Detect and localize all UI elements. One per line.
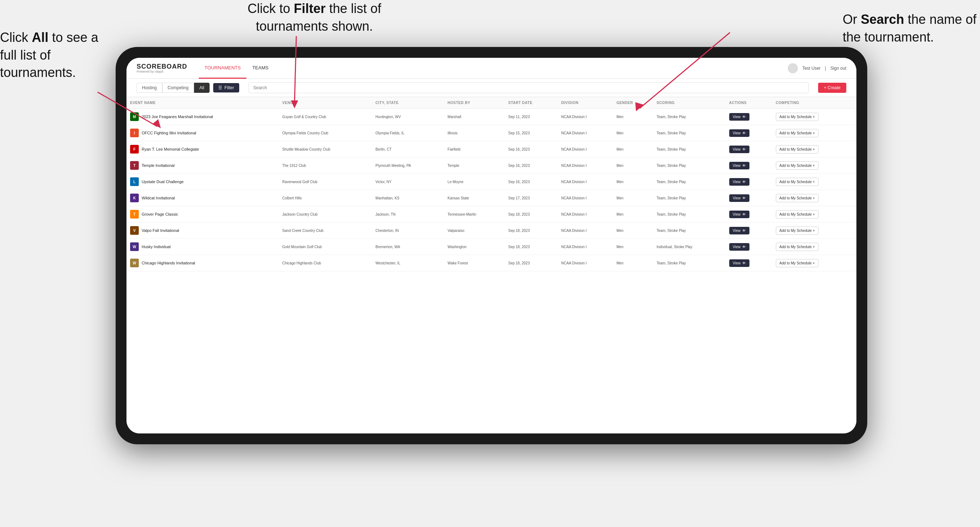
logo-text: SCOREBOARD <box>137 63 187 70</box>
table-header: EVENT NAME VENUE CITY, STATE HOSTED BY S… <box>126 97 856 109</box>
cell-city-6: Jackson, TN <box>372 206 444 222</box>
cell-actions-5: View 👁 <box>725 190 772 206</box>
cell-event-1: I OFCC Fighting Illini Invitational <box>126 125 278 141</box>
eye-icon-9: 👁 <box>742 261 746 265</box>
add-schedule-button-5[interactable]: Add to My Schedule + <box>776 194 818 202</box>
avatar <box>788 63 798 73</box>
table-container: EVENT NAME VENUE CITY, STATE HOSTED BY S… <box>126 97 856 433</box>
event-name-9: Chicago Highlands Invitational <box>142 261 195 265</box>
tournaments-table: EVENT NAME VENUE CITY, STATE HOSTED BY S… <box>126 97 856 271</box>
table-row: T Grover Page Classic Jackson Country Cl… <box>126 206 856 222</box>
cell-scoring-6: Team, Stroke Play <box>653 206 725 222</box>
view-button-1[interactable]: View 👁 <box>729 129 750 137</box>
cell-gender-7: Men <box>613 222 653 239</box>
cell-actions-3: View 👁 <box>725 157 772 174</box>
cell-date-2: Sep 16, 2023 <box>504 141 558 157</box>
col-gender: GENDER <box>613 97 653 109</box>
cell-competing-4: Add to My Schedule + <box>772 174 856 190</box>
table-row: W Husky Individual Gold Mountain Golf Cl… <box>126 239 856 255</box>
eye-icon-6: 👁 <box>742 213 746 216</box>
table-row: F Ryan T. Lee Memorial Collegiate Shuttl… <box>126 141 856 157</box>
eye-icon-0: 👁 <box>742 115 746 119</box>
tab-competing[interactable]: Competing <box>162 83 194 93</box>
cell-event-4: L Upstate Dual Challenge <box>126 174 278 190</box>
eye-icon-2: 👁 <box>742 148 746 151</box>
add-schedule-button-2[interactable]: Add to My Schedule + <box>776 145 818 154</box>
tablet-frame: SCOREBOARD Powered by clippd TOURNAMENTS… <box>116 47 867 444</box>
view-button-3[interactable]: View 👁 <box>729 162 750 170</box>
cell-venue-6: Jackson Country Club <box>278 206 372 222</box>
cell-division-1: NCAA Division I <box>558 125 613 141</box>
sign-out-link[interactable]: Sign out <box>830 66 846 71</box>
cell-actions-9: View 👁 <box>725 255 772 271</box>
cell-date-4: Sep 16, 2023 <box>504 174 558 190</box>
filter-button[interactable]: ☰ Filter <box>213 83 239 92</box>
cell-division-7: NCAA Division I <box>558 222 613 239</box>
cell-actions-4: View 👁 <box>725 174 772 190</box>
add-schedule-button-7[interactable]: Add to My Schedule + <box>776 227 818 235</box>
filter-label: Filter <box>224 85 234 90</box>
cell-date-0: Sep 11, 2023 <box>504 109 558 125</box>
cell-venue-2: Shuttle Meadow Country Club <box>278 141 372 157</box>
cell-scoring-1: Team, Stroke Play <box>653 125 725 141</box>
nav-link-teams[interactable]: TEAMS <box>247 58 274 79</box>
cell-hosted-7: Valparaiso <box>444 222 505 239</box>
cell-city-0: Huntington, WV <box>372 109 444 125</box>
cell-gender-2: Men <box>613 141 653 157</box>
cell-gender-4: Men <box>613 174 653 190</box>
event-name-5: Wildcat Invitational <box>142 196 175 200</box>
cell-hosted-9: Wake Forest <box>444 255 505 271</box>
view-button-4[interactable]: View 👁 <box>729 178 750 186</box>
cell-venue-8: Gold Mountain Golf Club <box>278 239 372 255</box>
filter-icon: ☰ <box>218 85 222 90</box>
team-logo-3: T <box>130 161 139 170</box>
add-schedule-button-8[interactable]: Add to My Schedule + <box>776 243 818 251</box>
view-button-8[interactable]: View 👁 <box>729 243 750 251</box>
nav-link-tournaments[interactable]: TOURNAMENTS <box>199 58 247 79</box>
add-schedule-button-1[interactable]: Add to My Schedule + <box>776 129 818 137</box>
cell-actions-2: View 👁 <box>725 141 772 157</box>
filter-btn-group: Hosting Competing All <box>137 83 210 93</box>
add-schedule-button-9[interactable]: Add to My Schedule + <box>776 259 818 267</box>
cell-date-7: Sep 18, 2023 <box>504 222 558 239</box>
annotation-topright: Or Search the name of the tournament. <box>843 11 980 46</box>
view-button-7[interactable]: View 👁 <box>729 227 750 235</box>
view-button-2[interactable]: View 👁 <box>729 146 750 153</box>
view-button-9[interactable]: View 👁 <box>729 259 750 267</box>
cell-hosted-3: Temple <box>444 157 505 174</box>
eye-icon-1: 👁 <box>742 131 746 135</box>
event-name-0: 2023 Joe Feaganes Marshall Invitational <box>142 114 213 119</box>
create-button[interactable]: + Create <box>818 83 846 93</box>
cell-division-6: NCAA Division I <box>558 206 613 222</box>
add-schedule-button-4[interactable]: Add to My Schedule + <box>776 178 818 186</box>
event-name-6: Grover Page Classic <box>142 212 178 216</box>
search-bar <box>248 83 809 93</box>
cell-gender-1: Men <box>613 125 653 141</box>
cell-gender-8: Men <box>613 239 653 255</box>
tab-hosting[interactable]: Hosting <box>137 83 162 93</box>
cell-competing-6: Add to My Schedule + <box>772 206 856 222</box>
cell-venue-0: Guyan Golf & Country Club <box>278 109 372 125</box>
add-schedule-button-6[interactable]: Add to My Schedule + <box>776 210 818 219</box>
cell-date-1: Sep 15, 2023 <box>504 125 558 141</box>
add-schedule-button-3[interactable]: Add to My Schedule + <box>776 162 818 170</box>
cell-competing-2: Add to My Schedule + <box>772 141 856 157</box>
cell-competing-5: Add to My Schedule + <box>772 190 856 206</box>
cell-event-6: T Grover Page Classic <box>126 206 278 222</box>
cell-event-5: K Wildcat Invitational <box>126 190 278 206</box>
toolbar: Hosting Competing All ☰ Filter + Create <box>126 79 856 97</box>
cell-actions-1: View 👁 <box>725 125 772 141</box>
event-name-3: Temple Invitational <box>142 163 175 168</box>
cell-gender-6: Men <box>613 206 653 222</box>
cell-hosted-4: Le Moyne <box>444 174 505 190</box>
user-name: Test User <box>802 66 821 71</box>
view-button-5[interactable]: View 👁 <box>729 194 750 202</box>
view-button-0[interactable]: View 👁 <box>729 113 750 121</box>
search-input[interactable] <box>248 83 809 93</box>
col-start-date: START DATE <box>504 97 558 109</box>
add-schedule-button-0[interactable]: Add to My Schedule + <box>776 113 818 121</box>
cell-city-9: Westchester, IL <box>372 255 444 271</box>
view-button-6[interactable]: View 👁 <box>729 211 750 218</box>
team-logo-8: W <box>130 242 139 251</box>
tab-all[interactable]: All <box>194 83 210 93</box>
